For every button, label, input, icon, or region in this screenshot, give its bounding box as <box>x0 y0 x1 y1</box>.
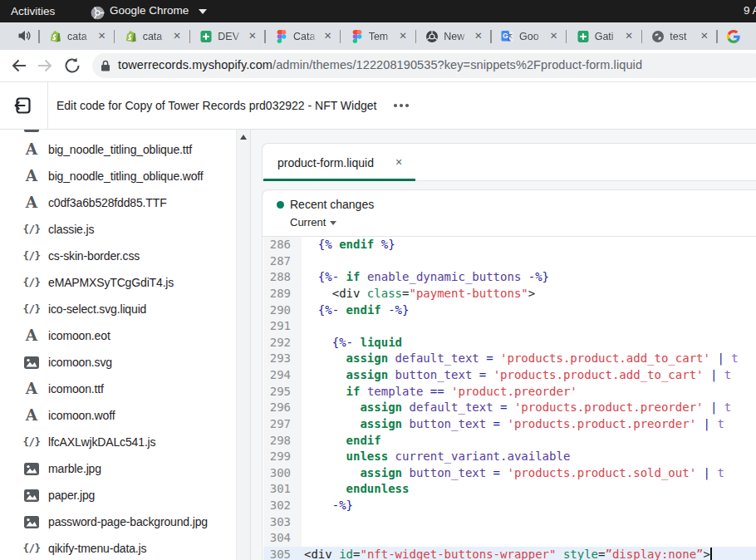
image-file-icon <box>22 349 41 376</box>
code-line-294: assign button_text = 'products.product.a… <box>304 367 739 384</box>
browser-tab-title: DEV <box>218 30 243 43</box>
file-list-item[interactable]: Abig_noodle_titling_oblique.woff <box>0 163 236 189</box>
file-list-item[interactable]: Abig_noodle_titling_oblique.ttf <box>0 136 236 163</box>
page-title: Edit code for Copy of Tower Records prd0… <box>56 82 376 129</box>
browser-tab[interactable]: Tem✕ <box>341 22 416 50</box>
tab-close-button[interactable]: ✕ <box>396 29 410 43</box>
file-name: lfcAXLwjkDALc541.js <box>48 429 155 455</box>
code-line-296: assign default_text = 'products.product.… <box>304 400 739 416</box>
code-line-287 <box>304 253 739 270</box>
scroll-up-arrow-icon[interactable] <box>240 135 247 140</box>
sidebar-scrollbar[interactable] <box>236 130 250 560</box>
translate-favicon-icon: G <box>501 30 514 43</box>
file-name: icomoon.ttf <box>48 376 104 402</box>
file-list-item[interactable]: Aicomoon.eot <box>0 322 236 349</box>
file-list-item[interactable]: {/}cs-skin-border.css <box>0 243 236 269</box>
tab-close-button[interactable]: ✕ <box>547 29 561 43</box>
tab-close-button[interactable]: ✕ <box>697 29 711 43</box>
editor-file-tab[interactable]: product-form.liquid × <box>263 144 415 181</box>
browser-tab[interactable]: Cata✕ <box>265 22 341 50</box>
browser-tab[interactable]: Gati✕ <box>567 22 642 50</box>
tab-close-button[interactable]: ✕ <box>321 29 335 43</box>
code-line-297: assign button_text = 'products.product.p… <box>304 416 739 433</box>
chevron-down-icon <box>199 9 207 14</box>
code-line-288: {%- if enable_dynamic_buttons -%} <box>304 269 739 286</box>
globe-favicon-icon <box>651 30 665 43</box>
file-name: qikify-tmenu-data.js <box>48 535 146 560</box>
file-name: marble.jpg <box>48 455 101 482</box>
file-list-item[interactable]: {/}classie.js <box>0 216 236 243</box>
chrome-favicon-icon <box>425 30 439 43</box>
code-file-icon: {/} <box>22 296 41 322</box>
reload-button[interactable] <box>63 56 81 75</box>
exit-code-editor-button[interactable] <box>13 96 33 115</box>
font-file-icon: A <box>22 189 41 216</box>
browser-tab[interactable]: test✕ <box>641 22 717 50</box>
file-name: icomoon.svg <box>48 349 112 376</box>
code-line-286: {% endif %} <box>304 237 739 253</box>
browser-tab[interactable]: GGoo✕ <box>491 22 567 50</box>
file-list-item[interactable]: {/}lfcAXLwjkDALc541.js <box>0 429 236 455</box>
code-file-icon: {/} <box>22 535 41 560</box>
file-list-item[interactable]: Ac0df3a6b528fdd85.TTF <box>0 189 236 216</box>
file-list-item[interactable]: {/}qikify-tmenu-data.js <box>0 535 236 560</box>
tab-close-button[interactable]: ✕ <box>622 29 636 43</box>
tab-close-button[interactable]: ✕ <box>245 29 259 43</box>
editor-tab-label: product-form.liquid <box>277 144 374 180</box>
tab-close-button[interactable]: ✕ <box>95 29 109 43</box>
browser-tab[interactable] <box>717 22 756 50</box>
file-list: Abig_noodle_titling_oblique.ttfAbig_nood… <box>0 136 236 560</box>
tab-audio-icon[interactable] <box>17 29 31 42</box>
address-bar[interactable]: towerrecords.myshopify.com/admin/themes/… <box>92 53 756 78</box>
code-file-icon: {/} <box>22 243 41 269</box>
version-dropdown-caret-icon[interactable] <box>330 221 336 225</box>
clock[interactable]: 9 A <box>744 0 756 22</box>
font-file-icon: A <box>22 163 41 189</box>
more-actions-button[interactable] <box>390 99 414 112</box>
version-dropdown[interactable]: Current <box>290 214 326 231</box>
file-list-item[interactable]: marble.jpg <box>0 455 236 482</box>
file-name: eMAPMXSyTCgGdiT4.js <box>48 269 174 296</box>
file-list-item[interactable]: {/}ico-select.svg.liquid <box>0 296 236 322</box>
code-line-305: <div id="nft-widget-buttons-wrapper" sty… <box>304 547 739 560</box>
shopify-favicon-icon <box>49 30 62 43</box>
browser-tab-strip: cata✕cata✕DEV✕Cata✕Tem✕New✕GGoo✕Gati✕tes… <box>0 22 756 50</box>
lock-icon[interactable] <box>101 60 110 71</box>
browser-tab[interactable]: cata✕ <box>115 22 190 50</box>
browser-tab-title: Tem <box>369 30 395 43</box>
file-list-item[interactable]: {/}eMAPMXSyTCgGdiT4.js <box>0 269 236 296</box>
browser-tab[interactable]: DEV✕ <box>189 22 265 50</box>
code-line-301: endunless <box>304 481 739 498</box>
file-list-item[interactable]: Aicomoon.ttf <box>0 376 236 402</box>
code-lines[interactable]: {% endif %} {%- if enable_dynamic_button… <box>304 237 739 560</box>
tab-close-button[interactable]: ✕ <box>471 29 485 43</box>
browser-tab-title: test <box>670 30 695 43</box>
browser-tab-title: cata <box>143 30 169 43</box>
file-name: password-page-background.jpg <box>48 508 208 535</box>
file-list-item[interactable]: icomoon.svg <box>0 349 236 376</box>
tab-close-button[interactable]: ✕ <box>170 29 184 43</box>
unsaved-changes-dot <box>277 201 284 209</box>
file-name: big_noodle_titling_oblique.woff <box>48 163 204 189</box>
file-name: icomoon.woff <box>48 402 115 429</box>
file-list-item[interactable]: paper.jpg <box>0 482 236 508</box>
browser-tab[interactable]: New✕ <box>415 22 491 50</box>
editor-tab-bar: product-form.liquid × <box>262 143 756 181</box>
file-list-item[interactable]: Aicomoon.woff <box>0 402 236 429</box>
file-list-item[interactable]: password-page-background.jpg <box>0 508 236 535</box>
file-name: paper.jpg <box>48 482 95 508</box>
forward-button[interactable] <box>36 56 54 75</box>
activities-button[interactable]: Activities <box>4 0 61 22</box>
code-line-300: assign button_text = 'products.product.s… <box>304 465 739 482</box>
editor-tab-close-button[interactable]: × <box>391 155 406 169</box>
font-file-icon: A <box>22 322 41 349</box>
file-name: classie.js <box>48 216 94 243</box>
image-file-icon <box>22 482 41 508</box>
file-name: ico-select.svg.liquid <box>48 296 146 322</box>
browser-tab[interactable]: cata✕ <box>39 22 115 50</box>
figma-favicon-icon <box>275 30 288 43</box>
back-button[interactable] <box>10 56 28 75</box>
code-editor[interactable]: 2862872882892902912922932942952962972982… <box>263 237 756 560</box>
line-number-gutter: 2862872882892902912922932942952962972982… <box>263 237 291 560</box>
partial-file-icon <box>24 130 39 132</box>
